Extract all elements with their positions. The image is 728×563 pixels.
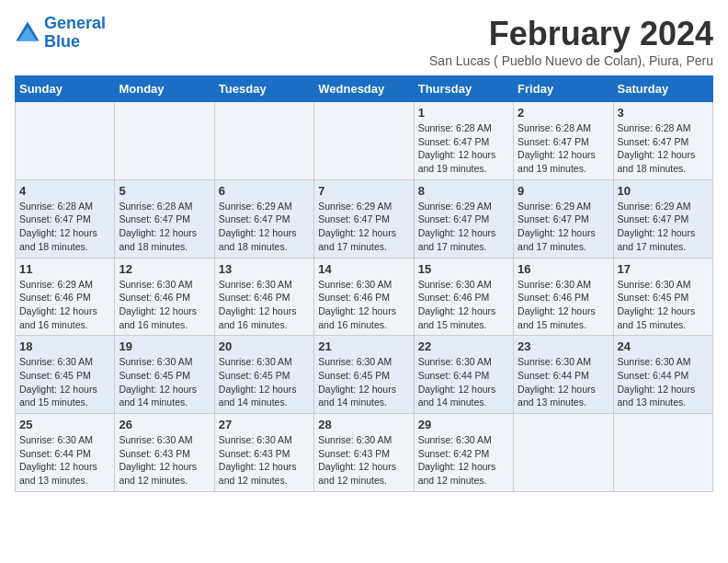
calendar-cell: 28Sunrise: 6:30 AMSunset: 6:43 PMDayligh… (314, 414, 414, 492)
calendar-cell: 26Sunrise: 6:30 AMSunset: 6:43 PMDayligh… (115, 414, 214, 492)
calendar-week-2: 4Sunrise: 6:28 AMSunset: 6:47 PMDaylight… (16, 179, 713, 258)
calendar-cell: 8Sunrise: 6:29 AMSunset: 6:47 PMDaylight… (414, 179, 513, 258)
day-info: Sunrise: 6:30 AMSunset: 6:44 PMDaylight:… (19, 433, 110, 488)
day-number: 25 (19, 418, 110, 431)
day-info: Sunrise: 6:29 AMSunset: 6:46 PMDaylight:… (19, 278, 110, 332)
day-number: 22 (418, 339, 509, 353)
day-number: 7 (318, 184, 409, 198)
day-number: 4 (19, 184, 110, 198)
day-number: 23 (518, 339, 609, 353)
day-number: 26 (119, 418, 210, 431)
calendar-cell: 2Sunrise: 6:28 AMSunset: 6:47 PMDaylight… (514, 102, 613, 180)
day-info: Sunrise: 6:30 AMSunset: 6:46 PMDaylight:… (119, 278, 210, 332)
calendar-week-3: 11Sunrise: 6:29 AMSunset: 6:46 PMDayligh… (16, 258, 713, 336)
logo-line1: General (44, 14, 106, 32)
header-cell-monday: Monday (115, 76, 214, 102)
day-info: Sunrise: 6:30 AMSunset: 6:44 PMDaylight:… (618, 355, 709, 409)
logo-icon (15, 20, 40, 46)
calendar-cell: 9Sunrise: 6:29 AMSunset: 6:47 PMDaylight… (514, 179, 613, 258)
logo-text: General Blue (44, 15, 106, 52)
header-cell-saturday: Saturday (613, 76, 712, 102)
calendar-cell: 16Sunrise: 6:30 AMSunset: 6:46 PMDayligh… (514, 258, 613, 336)
day-number: 5 (119, 184, 210, 198)
header-cell-sunday: Sunday (16, 76, 115, 102)
day-info: Sunrise: 6:30 AMSunset: 6:46 PMDaylight:… (318, 278, 409, 332)
day-info: Sunrise: 6:28 AMSunset: 6:47 PMDaylight:… (119, 200, 210, 254)
calendar-cell: 11Sunrise: 6:29 AMSunset: 6:46 PMDayligh… (16, 258, 115, 336)
day-info: Sunrise: 6:30 AMSunset: 6:45 PMDaylight:… (219, 355, 310, 409)
calendar-cell: 7Sunrise: 6:29 AMSunset: 6:47 PMDaylight… (314, 179, 414, 258)
day-number: 3 (618, 106, 709, 120)
day-number: 20 (219, 339, 310, 353)
calendar-cell: 6Sunrise: 6:29 AMSunset: 6:47 PMDaylight… (214, 179, 313, 258)
day-info: Sunrise: 6:30 AMSunset: 6:46 PMDaylight:… (518, 278, 609, 332)
calendar-cell: 25Sunrise: 6:30 AMSunset: 6:44 PMDayligh… (16, 414, 115, 492)
header-cell-tuesday: Tuesday (214, 76, 313, 102)
calendar-cell: 22Sunrise: 6:30 AMSunset: 6:44 PMDayligh… (414, 336, 513, 414)
day-number: 6 (219, 184, 310, 198)
page-title: February 2024 (429, 15, 713, 53)
day-number: 28 (318, 418, 409, 431)
day-number: 11 (19, 262, 110, 276)
day-number: 19 (119, 339, 210, 353)
calendar-cell: 20Sunrise: 6:30 AMSunset: 6:45 PMDayligh… (214, 336, 313, 414)
day-number: 14 (318, 262, 409, 276)
day-number: 13 (219, 262, 310, 276)
day-number: 27 (219, 418, 310, 431)
day-info: Sunrise: 6:30 AMSunset: 6:45 PMDaylight:… (618, 278, 709, 332)
day-info: Sunrise: 6:30 AMSunset: 6:44 PMDaylight:… (418, 355, 509, 409)
calendar-cell: 12Sunrise: 6:30 AMSunset: 6:46 PMDayligh… (115, 258, 214, 336)
day-info: Sunrise: 6:30 AMSunset: 6:44 PMDaylight:… (518, 355, 609, 409)
day-info: Sunrise: 6:30 AMSunset: 6:46 PMDaylight:… (418, 278, 509, 332)
calendar-cell: 10Sunrise: 6:29 AMSunset: 6:47 PMDayligh… (613, 179, 712, 258)
day-number: 2 (518, 106, 609, 120)
calendar-body: 1Sunrise: 6:28 AMSunset: 6:47 PMDaylight… (16, 102, 713, 492)
day-number: 17 (618, 262, 709, 276)
day-info: Sunrise: 6:30 AMSunset: 6:45 PMDaylight:… (119, 355, 210, 409)
calendar-header: SundayMondayTuesdayWednesdayThursdayFrid… (16, 76, 713, 102)
day-number: 8 (418, 184, 509, 198)
calendar-cell (314, 102, 414, 180)
title-block: February 2024 San Lucas ( Pueblo Nuevo d… (429, 15, 713, 68)
calendar-cell: 5Sunrise: 6:28 AMSunset: 6:47 PMDaylight… (115, 179, 214, 258)
day-info: Sunrise: 6:30 AMSunset: 6:42 PMDaylight:… (418, 433, 509, 488)
calendar-cell: 1Sunrise: 6:28 AMSunset: 6:47 PMDaylight… (414, 102, 513, 180)
calendar-cell: 18Sunrise: 6:30 AMSunset: 6:45 PMDayligh… (16, 336, 115, 414)
calendar-cell: 19Sunrise: 6:30 AMSunset: 6:45 PMDayligh… (115, 336, 214, 414)
day-info: Sunrise: 6:28 AMSunset: 6:47 PMDaylight:… (518, 121, 609, 176)
calendar-cell: 21Sunrise: 6:30 AMSunset: 6:45 PMDayligh… (314, 336, 414, 414)
calendar-cell (214, 102, 313, 180)
calendar-week-4: 18Sunrise: 6:30 AMSunset: 6:45 PMDayligh… (16, 336, 713, 414)
day-info: Sunrise: 6:30 AMSunset: 6:45 PMDaylight:… (19, 355, 110, 409)
calendar-cell: 17Sunrise: 6:30 AMSunset: 6:45 PMDayligh… (613, 258, 712, 336)
calendar-cell: 27Sunrise: 6:30 AMSunset: 6:43 PMDayligh… (214, 414, 313, 492)
day-number: 29 (418, 418, 509, 431)
calendar-cell: 23Sunrise: 6:30 AMSunset: 6:44 PMDayligh… (514, 336, 613, 414)
calendar-cell (16, 102, 115, 180)
day-info: Sunrise: 6:30 AMSunset: 6:45 PMDaylight:… (318, 355, 409, 409)
calendar-cell (613, 414, 712, 492)
calendar-cell: 24Sunrise: 6:30 AMSunset: 6:44 PMDayligh… (613, 336, 712, 414)
day-info: Sunrise: 6:30 AMSunset: 6:43 PMDaylight:… (219, 433, 310, 488)
day-info: Sunrise: 6:29 AMSunset: 6:47 PMDaylight:… (618, 200, 709, 254)
calendar-cell: 29Sunrise: 6:30 AMSunset: 6:42 PMDayligh… (414, 414, 513, 492)
header-cell-thursday: Thursday (414, 76, 513, 102)
day-number: 10 (618, 184, 709, 198)
calendar-cell: 13Sunrise: 6:30 AMSunset: 6:46 PMDayligh… (214, 258, 313, 336)
day-number: 24 (618, 339, 709, 353)
day-number: 18 (19, 339, 110, 353)
header-cell-wednesday: Wednesday (314, 76, 414, 102)
calendar-table: SundayMondayTuesdayWednesdayThursdayFrid… (15, 75, 713, 492)
calendar-cell: 14Sunrise: 6:30 AMSunset: 6:46 PMDayligh… (314, 258, 414, 336)
day-number: 12 (119, 262, 210, 276)
calendar-week-5: 25Sunrise: 6:30 AMSunset: 6:44 PMDayligh… (16, 414, 713, 492)
day-info: Sunrise: 6:28 AMSunset: 6:47 PMDaylight:… (418, 121, 509, 176)
logo: General Blue (15, 15, 106, 52)
day-number: 9 (518, 184, 609, 198)
page-subtitle: San Lucas ( Pueblo Nuevo de Colan), Piur… (429, 53, 713, 68)
day-number: 16 (518, 262, 609, 276)
calendar-cell: 3Sunrise: 6:28 AMSunset: 6:47 PMDaylight… (613, 102, 712, 180)
day-info: Sunrise: 6:29 AMSunset: 6:47 PMDaylight:… (518, 200, 609, 254)
day-info: Sunrise: 6:30 AMSunset: 6:43 PMDaylight:… (318, 433, 409, 488)
day-info: Sunrise: 6:29 AMSunset: 6:47 PMDaylight:… (219, 200, 310, 254)
